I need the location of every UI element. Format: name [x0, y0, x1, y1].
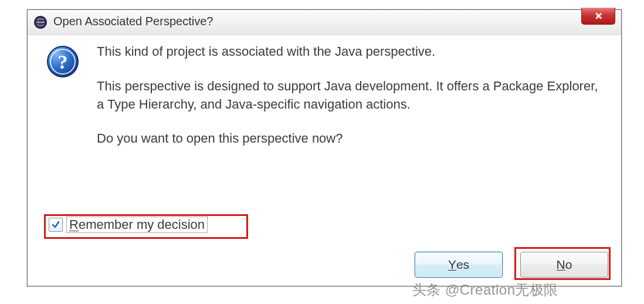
eclipse-icon	[33, 15, 48, 29]
dialog-body: ? This kind of project is associated wit…	[28, 39, 621, 286]
remember-checkbox-row[interactable]	[44, 214, 245, 235]
dialog-title: Open Associated Perspective?	[53, 15, 213, 28]
screenshot-frame: Open Associated Perspective? ✕	[4, 4, 640, 300]
svg-text:?: ?	[58, 51, 68, 73]
dialog-message: This kind of project is associated with …	[97, 43, 604, 164]
question-icon: ?	[46, 45, 79, 78]
yes-button[interactable]: Yes	[415, 252, 503, 278]
no-button[interactable]: No	[520, 252, 608, 278]
titlebar[interactable]: Open Associated Perspective? ✕	[28, 10, 621, 35]
button-row: Yes No	[415, 252, 608, 278]
close-button[interactable]: ✕	[581, 8, 615, 25]
close-icon: ✕	[595, 11, 602, 22]
yes-button-label: Yes	[448, 258, 469, 272]
message-line-1: This kind of project is associated with …	[97, 43, 604, 61]
dialog-window: Open Associated Perspective? ✕	[27, 9, 622, 286]
message-line-2: This perspective is designed to support …	[97, 77, 604, 114]
no-button-label: No	[557, 258, 572, 272]
message-line-3: Do you want to open this perspective now…	[97, 130, 604, 148]
